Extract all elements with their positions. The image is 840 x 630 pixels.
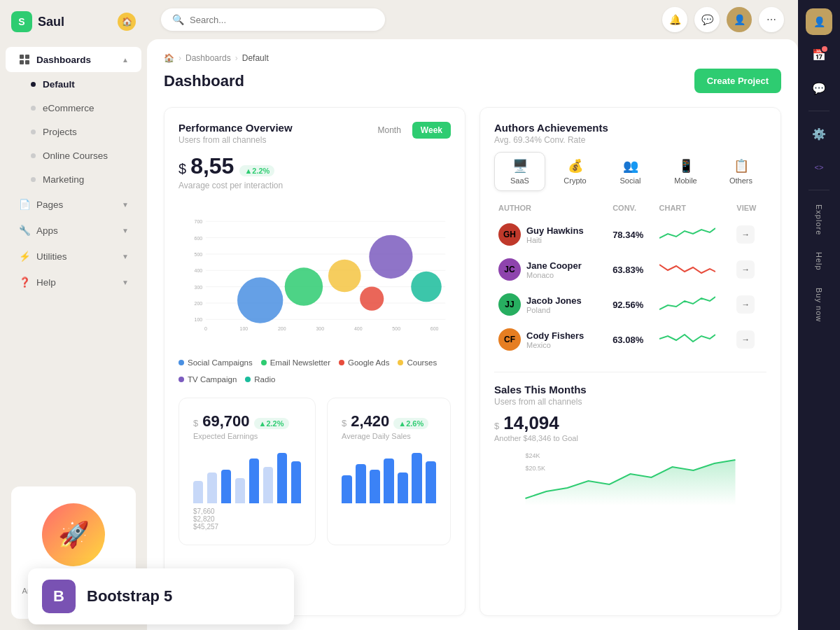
topbar-right: 🔔 💬 👤 ⋯: [662, 7, 784, 32]
table-row: JC Jane Cooper Monaco 63.83%: [496, 253, 765, 286]
mobile-label: Mobile: [674, 176, 696, 185]
breadcrumb-dashboards[interactable]: Dashboards: [186, 53, 231, 63]
apps-icon: 🔧: [18, 224, 31, 237]
rp-chat-button[interactable]: 💬: [805, 74, 833, 102]
explore-label[interactable]: Explore: [815, 199, 823, 241]
metric-value: $ 8,55: [178, 153, 234, 179]
svg-text:100: 100: [240, 326, 248, 331]
page-header: Dashboard Create Project: [164, 69, 781, 93]
authors-tabs: 🖥️ SaaS 💰 Crypto 👥 Social 📱 Mobile: [494, 152, 766, 191]
sidebar-item-dashboards[interactable]: Dashboards ▲: [6, 47, 141, 72]
authors-title: Authors Achievements: [494, 122, 766, 134]
saas-icon: 🖥️: [512, 158, 528, 174]
breadcrumb: 🏠 › Dashboards › Default: [164, 53, 781, 63]
more-options-button[interactable]: ⋯: [759, 7, 784, 32]
search-box: 🔍: [161, 8, 385, 31]
chart-legend: Social Campaigns Email Newsletter Google…: [178, 358, 451, 384]
chat-icon: 💬: [812, 82, 826, 95]
sidebar-item-online-courses[interactable]: Online Courses: [6, 144, 141, 167]
earnings-value: 69,700: [202, 412, 249, 430]
legend-dot: [178, 377, 184, 382]
daily-sales-label: Average Daily Sales: [342, 432, 436, 440]
logo-icon: S: [11, 11, 32, 32]
rp-code-button[interactable]: <>: [805, 153, 833, 181]
view-button[interactable]: →: [736, 295, 755, 314]
bootstrap-banner: B Bootstrap 5: [28, 568, 294, 624]
author-avatar: JJ: [498, 293, 521, 316]
perf-tabs: Month Week: [370, 122, 451, 139]
svg-text:600: 600: [430, 326, 439, 331]
view-button[interactable]: →: [736, 330, 755, 349]
bar-chart: [193, 447, 301, 503]
bar: [412, 453, 422, 503]
rp-user-avatar[interactable]: 👤: [806, 8, 832, 35]
messages-button[interactable]: 💬: [694, 7, 720, 32]
author-info: JJ Jacob Jones Poland: [498, 293, 606, 316]
sidebar-item-projects[interactable]: Projects: [6, 120, 141, 144]
tab-week[interactable]: Week: [412, 122, 451, 139]
back-button[interactable]: 🏠: [118, 13, 136, 31]
bar: [384, 458, 394, 503]
svg-rect-2: [20, 60, 24, 64]
view-button[interactable]: →: [736, 225, 755, 244]
daily-sales-card: $ 2,420 ▲2.6% Average Daily Sales: [327, 398, 451, 545]
notifications-button[interactable]: 🔔: [662, 7, 687, 32]
sidebar-item-marketing[interactable]: Marketing: [6, 168, 141, 191]
right-panel: 👤 📅 💬 ⚙️ <> Explore Help Buy now: [798, 0, 840, 630]
authors-card: Authors Achievements Avg. 69.34% Conv. R…: [479, 107, 781, 616]
author-info: CF Cody Fishers Mexico: [498, 328, 606, 351]
svg-point-25: [237, 277, 283, 323]
help-label[interactable]: Help: [815, 246, 823, 276]
svg-rect-0: [20, 55, 24, 59]
create-project-button[interactable]: Create Project: [694, 69, 781, 93]
bar: [193, 481, 203, 503]
svg-text:500: 500: [195, 252, 203, 257]
mobile-icon: 📱: [678, 158, 694, 174]
col-conv: CONV.: [610, 200, 654, 216]
legend-dot: [398, 360, 403, 365]
svg-text:600: 600: [195, 236, 203, 241]
legend-dot: [261, 360, 267, 365]
author-info: JC Jane Cooper Monaco: [498, 258, 606, 281]
tab-social[interactable]: 👥 Social: [605, 152, 656, 191]
breadcrumb-home[interactable]: 🏠: [164, 53, 174, 63]
sidebar-item-ecommerce[interactable]: eCommerce: [6, 97, 141, 120]
rp-settings-button[interactable]: ⚙️: [805, 120, 833, 148]
tab-month[interactable]: Month: [370, 122, 410, 139]
tab-crypto[interactable]: 💰 Crypto: [550, 152, 601, 191]
sidebar-item-pages[interactable]: 📄 Pages ▼: [6, 192, 141, 217]
bubble-chart: 700 600 500 400 300 200 100 0 100 200 30…: [178, 199, 451, 353]
breadcrumb-current: Default: [242, 53, 269, 63]
saas-label: SaaS: [510, 176, 529, 185]
user-avatar[interactable]: 👤: [727, 7, 752, 32]
author-country: Mexico: [526, 341, 584, 349]
breadcrumb-sep2: ›: [235, 53, 238, 63]
tab-others[interactable]: 📋 Others: [715, 152, 766, 191]
view-button[interactable]: →: [736, 260, 755, 279]
sidebar-item-utilities[interactable]: ⚡ Utilities ▼: [6, 244, 141, 269]
author-info: GH Guy Hawkins Haiti: [498, 223, 606, 246]
bar: [398, 472, 408, 503]
tab-mobile[interactable]: 📱 Mobile: [660, 152, 711, 191]
sidebar-item-apps[interactable]: 🔧 Apps ▼: [6, 218, 141, 243]
search-input[interactable]: [190, 15, 374, 25]
main-content: 🏠 › Dashboards › Default Dashboard Creat…: [147, 39, 798, 630]
buy-label[interactable]: Buy now: [815, 282, 823, 328]
table-row: GH Guy Hawkins Haiti 78.34%: [496, 218, 765, 251]
svg-rect-1: [25, 55, 29, 59]
earnings-badge: ▲2.2%: [254, 418, 289, 429]
metric-label: Avarage cost per interaction: [178, 181, 451, 190]
svg-text:$20.5K: $20.5K: [526, 465, 546, 472]
sidebar-item-help[interactable]: ❓ Help ▼: [6, 270, 141, 295]
svg-rect-3: [25, 60, 29, 64]
col-view: VIEW: [734, 200, 765, 216]
sales-subtitle: Users from all channels: [494, 397, 766, 407]
rp-calendar-button[interactable]: 📅: [805, 41, 833, 69]
bar: [249, 458, 259, 503]
sales-month-section: Sales This Months Users from all channel…: [494, 372, 766, 505]
legend-courses: Courses: [398, 358, 437, 367]
chevron-icon: ▼: [122, 279, 129, 286]
sidebar-item-default[interactable]: Default: [6, 73, 141, 96]
svg-text:700: 700: [195, 219, 203, 224]
tab-saas[interactable]: 🖥️ SaaS: [494, 152, 545, 191]
